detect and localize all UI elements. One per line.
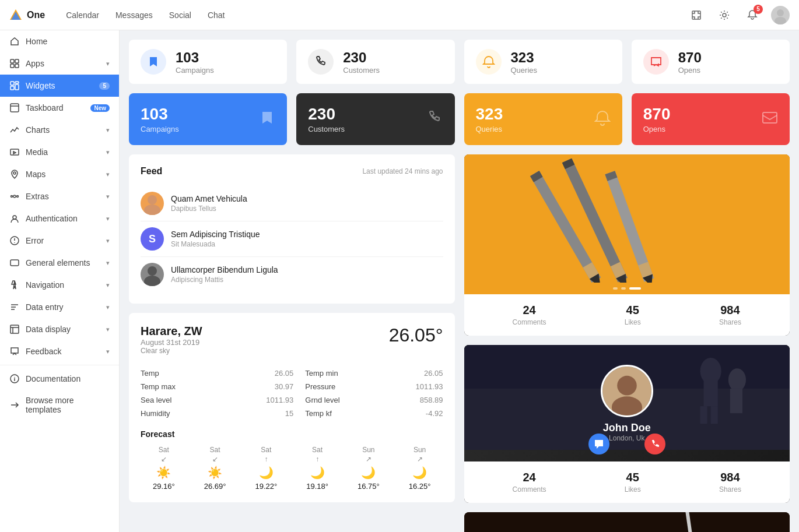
sidebar-item-general[interactable]: General elements ▾ [0,252,119,274]
sidebar-label-taskboard: Taskboard [26,103,64,112]
sidebar-label-home: Home [26,37,47,46]
customers-info: 230 Customers [343,50,380,75]
nav-calendar[interactable]: Calendar [59,7,106,23]
nav-social[interactable]: Social [162,7,198,23]
sidebar-item-media[interactable]: Media ▾ [0,141,119,163]
nav-chat[interactable]: Chat [201,7,232,23]
sidebar-item-home[interactable]: Home [0,30,119,52]
comment-icon [594,439,604,449]
user-avatar[interactable] [771,6,790,24]
sidebar-item-extras[interactable]: Extras ▾ [0,185,119,207]
svg-point-20 [13,216,16,219]
forecast-5: Sun ↗ 🌙 16.25° [397,446,443,491]
nav-messages[interactable]: Messages [108,7,160,23]
notifications-button[interactable]: 5 [743,6,762,24]
forecast-day-5: Sun [397,446,443,454]
apps-chevron-icon: ▾ [106,60,110,68]
weather-label-tempmax: Temp max [141,380,218,393]
customers-icon-wrapper [308,49,334,75]
gear-icon [719,10,730,20]
fullscreen-button[interactable] [687,6,706,24]
sidebar-divider [0,365,119,365]
profile-card: John Doe London, Uk [464,345,790,503]
media-icon [9,147,20,157]
data-display-icon [9,324,20,334]
sidebar-item-data-entry[interactable]: Data entry ▾ [0,296,119,318]
logo[interactable]: One [9,9,45,22]
data-entry-icon [9,302,20,312]
sidebar-item-error[interactable]: Error ▾ [0,230,119,252]
forecast-temp-1: 26.69° [192,482,239,491]
maps-chevron-icon: ▾ [106,171,110,178]
svg-point-5 [775,17,786,24]
svg-rect-22 [10,260,19,266]
sidebar-item-taskboard[interactable]: Taskboard New [0,97,119,119]
weather-val-temp: 26.05 [218,367,305,380]
forecast-grid: Sat ↙ ☀️ 29.16° Sat ↙ ☀️ 26.69° Sat [141,446,443,491]
colored-queries-num: 323 [476,105,503,124]
profile-phone-button[interactable] [644,434,665,455]
forecast-4: Sun ↗ 🌙 16.75° [345,446,392,491]
weather-row-0: Temp 26.05 Temp min 26.05 [141,367,443,380]
pencils-likes-lbl: Likes [625,318,641,326]
feed-avatar-2 [141,263,164,286]
feed-item-0: Quam Amet Vehicula Dapibus Tellus [141,186,443,221]
colored-card-customers: 230 Customers [296,93,454,145]
profile-stat-shares: 984 Shares [719,471,741,494]
queries-label: Queries [511,66,538,75]
sidebar-item-widgets[interactable]: Widgets 5 [0,75,119,97]
pencils-likes-val: 45 [625,304,641,317]
weather-top: Harare, ZW August 31st 2019 Clear sky 26… [141,325,443,360]
sidebar-item-feedback[interactable]: Feedback ▾ [0,340,119,362]
main-content: 103 Campaigns 230 Customers 323 [120,30,799,532]
forecast-arrow-0: ↙ [141,455,187,463]
svg-rect-12 [10,86,14,90]
forecast-0: Sat ↙ ☀️ 29.16° [141,446,187,491]
campaigns-icon-wrapper [141,49,166,75]
forecast-day-1: Sat [192,446,239,454]
sidebar-item-navigation[interactable]: Navigation ▾ [0,274,119,296]
colored-opens-info: 870 Opens [643,105,671,133]
sidebar-item-authentication[interactable]: Authentication ▾ [0,207,119,230]
colored-cards-row: 103 Campaigns 230 Customers 323 [129,93,790,145]
forecast-day-2: Sat [243,446,290,454]
settings-button[interactable] [715,6,734,24]
profile-comment-button[interactable] [588,434,609,455]
top-nav-links: Calendar Messages Social Chat [59,7,687,23]
weather-label-tempmin: Temp min [305,367,382,380]
feed-sub-1: Sit Malesuada [171,240,260,248]
weather-desc: Clear sky [141,347,202,355]
svg-point-18 [11,196,13,198]
profile-avatar [601,365,653,417]
weather-row-2: Sea level 1011.93 Grnd level 858.89 [141,393,443,407]
weather-row-3: Humidity 15 Temp kf -4.92 [141,407,443,420]
weather-val-sealevel: 1011.93 [218,393,305,407]
sidebar-item-charts[interactable]: Charts ▾ [0,119,119,141]
forecast-2: Sat ↑ 🌙 19.22° [243,446,290,491]
sidebar-item-apps[interactable]: Apps ▾ [0,52,119,75]
profile-shares-val: 984 [719,471,741,484]
profile-comments-val: 24 [513,471,546,484]
taskboard-icon [9,103,20,113]
queries-info: 323 Queries [511,50,538,75]
weather-city: Harare, ZW [141,325,202,338]
feedback-icon [9,346,20,357]
sidebar-item-documentation[interactable]: Documentation [0,368,119,390]
svg-rect-46 [703,380,717,406]
sidebar-label-documentation: Documentation [26,374,80,383]
svg-point-52 [617,375,637,395]
stat-card-customers: 230 Customers [296,40,454,84]
svg-rect-9 [15,64,19,68]
sidebar-item-browse[interactable]: Browse more templates [0,390,119,420]
forecast-day-0: Sat [141,446,187,454]
sidebar-item-data-display[interactable]: Data display ▾ [0,318,119,340]
forecast-icon-0: ☀️ [141,466,187,480]
svg-point-26 [148,195,157,205]
weather-temp: 26.05° [389,325,443,346]
sidebar-item-maps[interactable]: Maps ▾ [0,163,119,185]
forecast-arrow-1: ↙ [192,455,239,463]
pencils-shares-val: 984 [719,304,741,317]
general-icon [9,258,20,268]
taskboard-badge: New [90,104,110,112]
profile-photo [602,365,651,417]
